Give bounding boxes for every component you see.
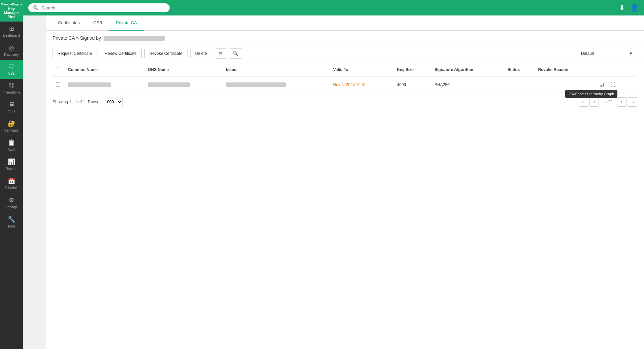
- audit-icon: 📋: [8, 139, 15, 146]
- hierarchy-action-icon[interactable]: ⛶: [609, 80, 617, 89]
- table-row: ████████ ████████ ████████████ Nov 4, 20…: [53, 77, 637, 93]
- search-input[interactable]: [41, 5, 165, 10]
- page-title: Private CA: [53, 35, 75, 41]
- cell-status: [504, 77, 535, 93]
- topbar-icons: ⬇ 👤: [619, 4, 639, 12]
- brand-bottom: Key Manager Plus: [1, 7, 22, 19]
- request-certificate-button[interactable]: Request Certificate: [53, 49, 97, 58]
- sidebar-item-label: Audit: [8, 148, 15, 151]
- user-icon[interactable]: 👤: [630, 4, 639, 12]
- sidebar-item-label: Settings: [5, 205, 18, 209]
- dropdown-chevron-icon: ▼: [629, 51, 633, 56]
- search-icon: 🔍: [33, 5, 39, 10]
- breadcrumb-separator: »: [76, 35, 80, 41]
- sidebar-item-label: Schedule: [4, 186, 19, 190]
- cell-key-size: 4096: [394, 77, 431, 93]
- page-header: Private CA » Signed by ████████████: [46, 31, 644, 44]
- tab-csr[interactable]: CSR: [87, 15, 109, 31]
- showing-text: Showing 1 - 1 of 1: [53, 100, 85, 104]
- search-box[interactable]: 🔍: [28, 3, 170, 12]
- page-controls: ⇤ ‹ 1 of 1 › ⇥: [579, 97, 637, 107]
- tab-bar: Certificates CSR Private CA: [46, 15, 644, 31]
- sidebar-item-label: SSL: [8, 72, 15, 75]
- ssl-icon: 🛡: [8, 63, 14, 70]
- rows-per-page-select[interactable]: 100 250 500 1000: [101, 98, 123, 106]
- dropdown-label: Default: [581, 51, 594, 56]
- search-table-icon: 🔍: [233, 51, 238, 56]
- rows-label: Rows: [88, 100, 98, 104]
- col-actions: [594, 63, 637, 77]
- signed-by-label: Signed by: [80, 35, 101, 41]
- col-key-size: Key Size: [394, 63, 431, 77]
- sidebar-item-label: Tools: [7, 224, 15, 228]
- tools-icon: 🔧: [8, 216, 15, 223]
- download-icon[interactable]: ⬇: [619, 4, 625, 12]
- sidebar-item-label: Reports: [5, 167, 17, 171]
- sidebar-item-label: SSH: [8, 109, 15, 113]
- keyvault-icon: 🔐: [8, 120, 15, 127]
- sidebar-item-ssh[interactable]: 🖥 SSH: [0, 98, 23, 116]
- app-logo[interactable]: ManageEngine Key Manager Plus: [0, 0, 23, 22]
- content-area: Private CA » Signed by ████████████ Requ…: [46, 31, 644, 349]
- integrations-icon: ⛓: [8, 82, 14, 89]
- brand-top: ManageEngine: [1, 3, 22, 7]
- delete-button[interactable]: Delete: [190, 49, 212, 58]
- next-page-button[interactable]: ›: [617, 97, 626, 107]
- cell-issuer: ████████████: [223, 77, 330, 93]
- cell-valid-to: Nov 4, 2024 12:51: [330, 77, 394, 93]
- table-container: Common Name DNS Name Issuer Valid To Key…: [46, 63, 644, 93]
- sidebar-item-label: Key Vault: [4, 129, 19, 132]
- sidebar-item-tools[interactable]: 🔧 Tools: [0, 212, 23, 232]
- col-common-name: Common Name: [65, 63, 145, 77]
- col-revoke-reason: Revoke Reason: [535, 63, 594, 77]
- page-number-text: 1 of 1: [600, 100, 616, 104]
- cell-row-actions: ☑ ⛶ CA-Server Hierarchy Graph: [594, 77, 637, 93]
- sidebar: ManageEngine Key Manager Plus ⊞ Dashboar…: [0, 0, 23, 349]
- cell-revoke-reason: [535, 77, 594, 93]
- main-content: Certificates CSR Private CA Private CA »…: [46, 15, 644, 349]
- tab-certificates[interactable]: Certificates: [51, 15, 87, 31]
- sidebar-item-label: Integrations: [3, 91, 20, 94]
- sidebar-item-keyvault[interactable]: 🔐 Key Vault: [0, 116, 23, 136]
- export-icon: ⊟: [218, 51, 223, 56]
- cell-signature-algorithm: SHA256: [431, 77, 504, 93]
- col-dns-name: DNS Name: [145, 63, 223, 77]
- copy-action-icon[interactable]: ☑: [597, 80, 606, 89]
- col-signature-algorithm: Signature Algorithm: [431, 63, 504, 77]
- col-valid-to: Valid To: [330, 63, 394, 77]
- sidebar-item-settings[interactable]: ⚙ Settings: [0, 193, 23, 212]
- sidebar-item-ssl[interactable]: 🛡 SSL: [0, 60, 23, 79]
- toolbar: Request Certificate Renew Certificate Re…: [46, 44, 644, 63]
- select-all-checkbox[interactable]: [56, 67, 60, 71]
- sidebar-item-integrations[interactable]: ⛓ Integrations: [0, 79, 23, 98]
- first-page-button[interactable]: ⇤: [579, 97, 588, 107]
- sidebar-item-label: Discovery: [4, 53, 19, 57]
- prev-page-button[interactable]: ‹: [589, 97, 599, 107]
- schedule-icon: 📅: [8, 177, 15, 185]
- renew-certificate-button[interactable]: Renew Certificate: [100, 49, 142, 58]
- export-button[interactable]: ⊟: [215, 48, 226, 59]
- pagination-info: Showing 1 - 1 of 1 Rows 100 250 500 1000: [53, 98, 576, 106]
- topbar: 🔍 ⬇ 👤: [23, 0, 644, 15]
- sidebar-item-label: Dashboard: [3, 34, 20, 37]
- default-dropdown[interactable]: Default ▼: [577, 49, 637, 58]
- sidebar-item-dashboard[interactable]: ⊞ Dashboard: [0, 22, 23, 41]
- signed-by-value: ████████████: [104, 36, 165, 41]
- sidebar-item-reports[interactable]: 📊 Reports: [0, 155, 23, 174]
- search-table-button[interactable]: 🔍: [229, 48, 242, 59]
- revoke-certificate-button[interactable]: Revoke Certificate: [144, 49, 188, 58]
- pagination: Showing 1 - 1 of 1 Rows 100 250 500 1000…: [46, 93, 644, 111]
- discovery-icon: ◎: [9, 44, 14, 51]
- sidebar-item-discovery[interactable]: ◎ Discovery: [0, 41, 23, 60]
- sidebar-item-schedule[interactable]: 📅 Schedule: [0, 174, 23, 193]
- sidebar-item-audit[interactable]: 📋 Audit: [0, 136, 23, 155]
- col-issuer: Issuer: [223, 63, 330, 77]
- row-checkbox[interactable]: [56, 82, 60, 86]
- dashboard-icon: ⊞: [9, 25, 14, 32]
- cell-common-name: ████████: [65, 77, 145, 93]
- ssh-icon: 🖥: [8, 101, 14, 108]
- reports-icon: 📊: [8, 158, 15, 166]
- hierarchy-action-container: ⛶ CA-Server Hierarchy Graph: [609, 80, 617, 89]
- last-page-button[interactable]: ⇥: [628, 97, 637, 107]
- tab-private-ca[interactable]: Private CA: [109, 15, 143, 31]
